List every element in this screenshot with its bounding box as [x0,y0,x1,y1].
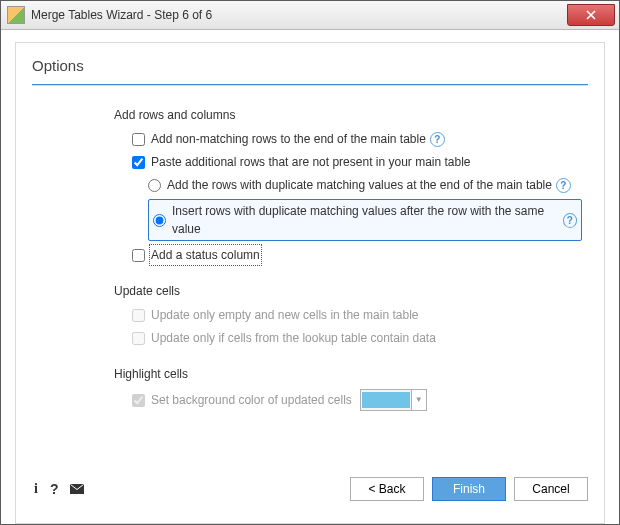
window-title: Merge Tables Wizard - Step 6 of 6 [31,8,567,22]
footer-icons: i ? [34,481,84,497]
help-icon[interactable]: ? [556,178,571,193]
app-icon [7,6,25,24]
mail-icon[interactable] [70,481,84,497]
label-set-bg: Set background color of updated cells [151,391,352,409]
label-radio-end: Add the rows with duplicate matching val… [167,176,552,194]
section-highlight-title: Highlight cells [114,367,582,381]
cancel-button[interactable]: Cancel [514,477,588,501]
finish-button[interactable]: Finish [432,477,506,501]
checkbox-add-non-matching[interactable] [132,133,145,146]
option-radio-end[interactable]: Add the rows with duplicate matching val… [148,176,582,194]
option-radio-insert[interactable]: Insert rows with duplicate matching valu… [148,199,582,241]
option-only-empty: Update only empty and new cells in the m… [132,306,582,324]
option-paste-additional[interactable]: Paste additional rows that are not prese… [132,153,582,171]
option-only-lookup: Update only if cells from the lookup tab… [132,329,582,347]
content-area: Add rows and columns Add non-matching ro… [32,104,588,416]
radio-insert[interactable] [153,214,166,227]
body: Options Add rows and columns Add non-mat… [1,30,619,524]
checkbox-only-lookup [132,332,145,345]
info-icon[interactable]: i [34,481,38,497]
envelope-icon [70,484,84,494]
checkbox-paste-additional[interactable] [132,156,145,169]
label-only-lookup: Update only if cells from the lookup tab… [151,329,436,347]
chevron-down-icon[interactable]: ▼ [411,390,426,410]
section-update-cells-title: Update cells [114,284,582,298]
label-add-status: Add a status column [151,246,260,264]
section-add-rows-title: Add rows and columns [114,108,582,122]
option-set-bg: Set background color of updated cells ▼ [132,389,582,411]
color-swatch [362,392,410,408]
label-radio-insert: Insert rows with duplicate matching valu… [172,202,559,238]
label-only-empty: Update only empty and new cells in the m… [151,306,419,324]
page-heading: Options [32,57,588,74]
spacer [32,416,588,465]
color-picker[interactable]: ▼ [360,389,427,411]
footer: i ? < Back Finish Cancel [32,465,588,513]
titlebar: Merge Tables Wizard - Step 6 of 6 [1,1,619,30]
radio-end[interactable] [148,179,161,192]
close-button[interactable] [567,4,615,26]
wizard-window: Merge Tables Wizard - Step 6 of 6 Option… [0,0,620,525]
option-add-non-matching[interactable]: Add non-matching rows to the end of the … [132,130,582,148]
help-footer-icon[interactable]: ? [50,481,59,497]
option-add-status[interactable]: Add a status column [132,246,582,264]
back-button[interactable]: < Back [350,477,424,501]
label-add-non-matching: Add non-matching rows to the end of the … [151,130,426,148]
checkbox-set-bg [132,394,145,407]
inner-panel: Options Add rows and columns Add non-mat… [15,42,605,524]
close-icon [586,10,596,20]
help-icon[interactable]: ? [430,132,445,147]
checkbox-only-empty [132,309,145,322]
label-paste-additional: Paste additional rows that are not prese… [151,153,471,171]
help-icon[interactable]: ? [563,213,577,228]
divider [32,84,588,86]
checkbox-add-status[interactable] [132,249,145,262]
